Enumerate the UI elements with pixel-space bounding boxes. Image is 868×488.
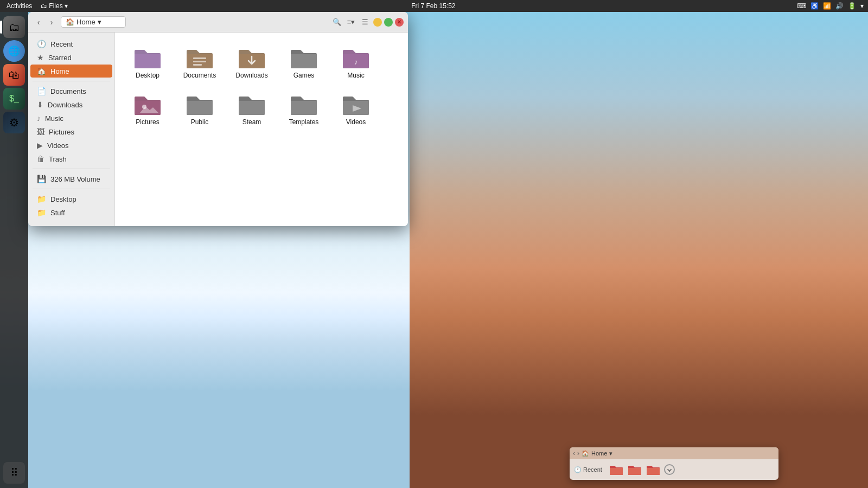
location-bar[interactable]: 🏠 Home ▾ [61, 16, 126, 28]
folder-music-icon: ♪ [342, 46, 370, 69]
mini-resize-arrow [667, 467, 672, 472]
location-arrow-icon: ▾ [98, 18, 101, 26]
folder-public-icon [186, 92, 214, 116]
dock-item-terminal[interactable]: $_ [3, 88, 25, 110]
app-menu-button[interactable]: 🗂 Files ▾ [39, 2, 69, 10]
mini-back-button[interactable]: ‹ [573, 450, 575, 457]
sidebar-item-stuff[interactable]: 📁 Stuff [30, 206, 112, 219]
system-menu-icon[interactable]: ▾ [860, 2, 864, 10]
dock-item-steam[interactable]: ⚙ [3, 112, 25, 133]
battery-icon[interactable]: 🔋 [848, 2, 856, 10]
sidebar-label-downloads: Downloads [48, 101, 82, 109]
sidebar-item-recent[interactable]: 🕐 Recent [30, 37, 112, 50]
mini-folder-2[interactable] [627, 464, 642, 476]
activities-button[interactable]: Activities [4, 2, 34, 10]
folder-desktop[interactable]: Desktop [124, 41, 171, 84]
mini-folder-1[interactable] [609, 464, 624, 476]
mini-folder-3[interactable] [646, 464, 661, 476]
folder-steam[interactable]: Steam [228, 88, 276, 130]
mini-body: 🕐 Recent [570, 459, 778, 480]
browser-icon: 🌐 [8, 45, 20, 57]
folder-videos-icon [342, 92, 370, 116]
starred-icon: ★ [37, 53, 44, 62]
sidebar-label-music: Music [45, 114, 63, 123]
folder-games[interactable]: Games [280, 41, 328, 84]
sidebar-item-music[interactable]: ♪ Music [30, 112, 112, 125]
folder-public[interactable]: Public [176, 88, 224, 130]
videos-icon: ▶ [37, 141, 43, 150]
sidebar-item-pictures[interactable]: 🖼 Pictures [30, 125, 112, 138]
desktop-folder-icon: 📁 [37, 195, 46, 203]
folder-steam-label: Steam [242, 118, 261, 126]
keyboard-indicator[interactable]: ⌨ [797, 2, 806, 10]
folder-public-label: Public [191, 118, 209, 126]
folder-desktop-icon [133, 46, 162, 69]
app-menu-arrow-icon: ▾ [65, 2, 68, 10]
accessibility-icon[interactable]: ♿ [810, 2, 819, 10]
sidebar-item-volume[interactable]: 💾 326 MB Volume [30, 172, 112, 185]
search-button[interactable]: 🔍 [331, 16, 343, 28]
file-manager-window: ‹ › 🏠 Home ▾ 🔍 ≡▾ ☰ ✕ 🕐 Recent ★ [28, 12, 408, 226]
recent-icon: 🕐 [37, 40, 46, 48]
mini-home-icon: 🏠 [582, 450, 589, 457]
back-button[interactable]: ‹ [33, 16, 44, 28]
sidebar-item-downloads[interactable]: ⬇ Downloads [30, 98, 112, 111]
folder-documents[interactable]: Documents [176, 41, 224, 84]
sidebar-label-documents: Documents [50, 87, 86, 95]
sidebar-divider-1 [33, 81, 110, 81]
mini-forward-button[interactable]: › [577, 450, 579, 457]
folder-music[interactable]: ♪ Music [332, 41, 380, 84]
titlebar: ‹ › 🏠 Home ▾ 🔍 ≡▾ ☰ ✕ [28, 12, 408, 33]
mini-location-text: Home [591, 450, 607, 457]
dock-item-files[interactable]: 🗂 [3, 16, 25, 38]
mini-titlebar: ‹ › 🏠 Home ▾ [570, 447, 778, 459]
folder-templates[interactable]: Templates [280, 88, 328, 130]
folder-games-label: Games [293, 72, 315, 79]
sidebar-label-stuff: Stuff [50, 209, 65, 217]
view-options-button[interactable]: ≡▾ [345, 16, 357, 28]
music-icon: ♪ [37, 114, 41, 123]
titlebar-actions: 🔍 ≡▾ ☰ ✕ [331, 16, 404, 28]
sidebar-item-desktop[interactable]: 📁 Desktop [30, 192, 112, 206]
forward-button[interactable]: › [46, 16, 58, 28]
sidebar-item-trash[interactable]: 🗑 Trash [30, 152, 112, 165]
steam-icon: ⚙ [9, 116, 19, 129]
sidebar-divider-2 [33, 169, 110, 169]
sound-icon[interactable]: 🔊 [835, 2, 844, 10]
app-menu-label: Files [49, 2, 62, 10]
folder-downloads[interactable]: Downloads [228, 41, 276, 84]
wallpaper-right [410, 0, 868, 488]
dock-item-show-apps[interactable]: ⠿ [3, 462, 25, 484]
sidebar-item-videos[interactable]: ▶ Videos [30, 139, 112, 152]
maximize-button[interactable] [384, 18, 393, 27]
folder-pictures-icon [133, 92, 162, 116]
topbar-left: Activities 🗂 Files ▾ [4, 2, 70, 10]
dock-item-appstore[interactable]: 🛍 [3, 64, 25, 86]
sidebar-label-desktop: Desktop [50, 195, 76, 203]
sidebar: 🕐 Recent ★ Starred 🏠 Home 📄 Documents ⬇ … [28, 33, 115, 226]
folder-pictures[interactable]: Pictures [124, 88, 171, 130]
sidebar-item-home[interactable]: 🏠 Home [30, 65, 112, 78]
documents-icon: 📄 [37, 87, 46, 95]
folder-videos[interactable]: Videos [332, 88, 380, 130]
sidebar-divider-3 [33, 189, 110, 189]
sidebar-item-starred[interactable]: ★ Starred [30, 51, 112, 64]
sidebar-item-documents[interactable]: 📄 Documents [30, 85, 112, 98]
mini-location-arrow: ▾ [609, 450, 612, 457]
titlebar-nav: ‹ › [33, 16, 58, 28]
list-view-button[interactable]: ☰ [359, 16, 371, 28]
dock-item-browser[interactable]: 🌐 [3, 40, 25, 62]
sidebar-label-trash: Trash [49, 155, 67, 163]
topbar-right: ⌨ ♿ 📶 🔊 🔋 ▾ [797, 2, 864, 10]
mini-folder-icon-2 [627, 464, 642, 476]
mini-resize-handle[interactable] [664, 464, 675, 475]
window-body: 🕐 Recent ★ Starred 🏠 Home 📄 Documents ⬇ … [28, 33, 408, 226]
folder-templates-label: Templates [289, 118, 319, 126]
folder-videos-label: Videos [346, 118, 366, 126]
terminal-icon: $_ [9, 94, 19, 104]
minimize-button[interactable] [373, 18, 382, 27]
folder-documents-icon [186, 46, 214, 69]
network-icon[interactable]: 📶 [823, 2, 831, 10]
svg-rect-1 [193, 61, 206, 62]
close-button[interactable]: ✕ [395, 18, 404, 27]
